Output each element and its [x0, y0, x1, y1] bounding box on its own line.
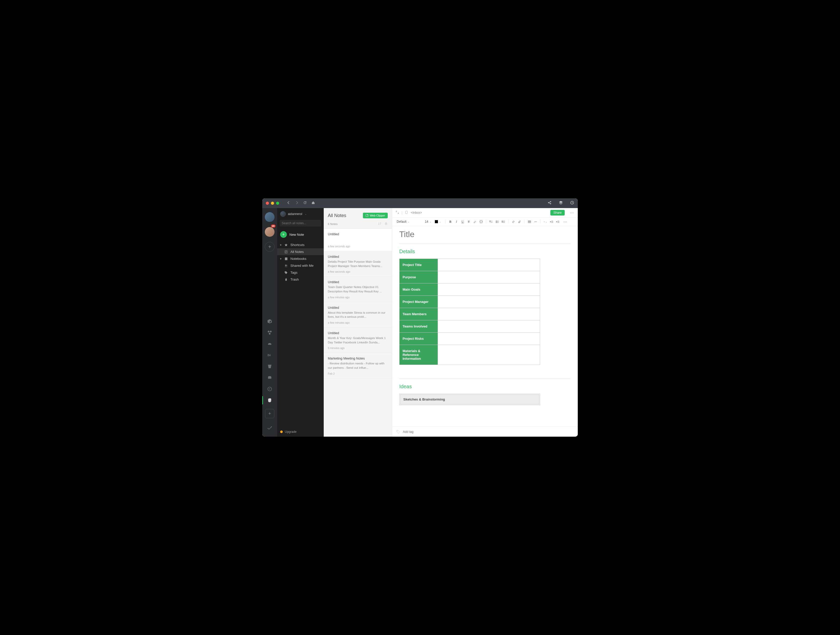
attachment-button[interactable]	[518, 220, 521, 223]
details-row-key: Project Manager	[399, 296, 438, 308]
note-title-input[interactable]	[399, 229, 571, 243]
sidebar-item-notebooks[interactable]: ▶ Notebooks	[277, 255, 324, 262]
sidebar-item-allnotes[interactable]: All Notes	[277, 248, 324, 255]
editor-panel: | <Inbox> Share ⋯ Default⌄ 14⌄ ⌄ B I U T	[392, 208, 578, 437]
rail-add-app-button[interactable]: +	[265, 409, 274, 418]
indent-button[interactable]	[556, 220, 560, 223]
details-row-value[interactable]	[438, 320, 540, 333]
svg-point-17	[285, 272, 286, 272]
svg-rect-13	[285, 257, 287, 260]
font-color-select[interactable]: ⌄	[434, 220, 442, 223]
account-name: aidannerol	[288, 212, 302, 216]
note-list-item[interactable]: UntitledAbout this template Stress is co…	[324, 302, 392, 328]
svg-point-5	[270, 331, 272, 333]
note-list-panel: All Notes Web Clipper 6 Notes Untitleda …	[324, 208, 392, 437]
breadcrumb[interactable]: <Inbox>	[411, 211, 422, 214]
details-table[interactable]: Project TitlePurposeMain GoalsProject Ma…	[399, 258, 540, 365]
new-note-row[interactable]: + New Note	[277, 230, 324, 241]
rail-app-icon-2[interactable]	[267, 330, 272, 336]
filter-lock-button[interactable]	[384, 222, 388, 226]
highlight-button[interactable]	[473, 220, 477, 223]
details-row-value[interactable]	[438, 296, 540, 308]
details-row-value[interactable]	[438, 333, 540, 345]
details-row-value[interactable]	[438, 345, 540, 365]
note-list-item[interactable]: Marketing Meeting Notes- Review distribu…	[324, 353, 392, 378]
rail-settings-icon[interactable]	[267, 425, 272, 432]
note-list-item[interactable]: UntitledTeam Date Quarter Notes Objectiv…	[324, 277, 392, 302]
titlebar	[262, 198, 578, 208]
rail-app-icon-3[interactable]	[267, 341, 272, 347]
expand-icon[interactable]	[396, 211, 399, 215]
font-size-select[interactable]: 14⌄	[424, 220, 432, 223]
outdent-button[interactable]	[550, 220, 553, 223]
history-icon[interactable]	[570, 201, 574, 206]
bold-button[interactable]: B	[448, 220, 452, 223]
upgrade-link[interactable]: Upgrade	[285, 430, 297, 434]
sidebar-label: Tags	[291, 271, 297, 274]
note-list-item[interactable]: UntitledMonth & Year Key: Goals/Messages…	[324, 328, 392, 353]
note-item-time: a few minutes ago	[328, 321, 388, 324]
add-tag-input[interactable]	[403, 430, 441, 434]
sidebar-item-shared[interactable]: Shared with Me	[277, 262, 324, 269]
note-list-item[interactable]: UntitledDetails Project Title Purpose Ma…	[324, 251, 392, 277]
sidebar-item-shortcuts[interactable]: ▶ Shortcuts	[277, 241, 324, 248]
svg-text:2: 2	[502, 221, 503, 222]
account-switcher[interactable]: aidannerol ⌄	[277, 208, 324, 220]
workspace-avatar-2[interactable]: 98	[265, 225, 275, 237]
code-button[interactable]: {}	[479, 220, 483, 223]
more-menu[interactable]: ⋯	[570, 211, 574, 215]
details-row-value[interactable]	[438, 259, 540, 271]
svg-point-15	[285, 265, 286, 266]
toolbar-more[interactable]: ⋯	[563, 219, 567, 224]
rail-app-icon-discord[interactable]	[267, 375, 272, 381]
maximize-window[interactable]	[276, 202, 279, 205]
underline-button[interactable]: U	[461, 220, 464, 223]
sidebar-item-tags[interactable]: Tags	[277, 269, 324, 276]
divider-button[interactable]	[534, 220, 537, 223]
workspace-avatar-1[interactable]	[265, 212, 275, 222]
sidebar-item-trash[interactable]: Trash	[277, 276, 324, 283]
link-button[interactable]	[512, 220, 515, 223]
italic-button[interactable]: I	[455, 220, 458, 223]
svg-point-4	[268, 331, 270, 333]
details-row-value[interactable]	[438, 271, 540, 283]
align-button[interactable]: ⌄	[544, 220, 547, 223]
layers-icon[interactable]	[559, 201, 563, 206]
home-button[interactable]	[311, 201, 315, 206]
editor-content[interactable]: Details Project TitlePurposeMain GoalsPr…	[392, 226, 578, 426]
add-workspace-button[interactable]: +	[265, 242, 275, 252]
minimize-window[interactable]	[271, 202, 274, 205]
web-clipper-button[interactable]: Web Clipper	[363, 213, 388, 219]
reload-button[interactable]	[303, 201, 307, 206]
notebook-icon[interactable]	[405, 211, 408, 215]
font-family-select[interactable]: Default⌄	[396, 220, 411, 223]
app-window: 98 + Bē # + aidannerol ⌄	[262, 198, 578, 437]
rail-app-icon-slack[interactable]: #	[267, 386, 272, 393]
rail-app-icon-evernote[interactable]	[267, 398, 272, 404]
search-input[interactable]	[282, 222, 320, 225]
new-note-button[interactable]: +	[280, 231, 287, 238]
details-row-key: Materials & Reference Information	[399, 345, 438, 365]
bulleted-list-button[interactable]	[495, 220, 499, 223]
rail-app-icon-behance[interactable]: Bē	[267, 353, 272, 359]
note-list-item[interactable]: Untitleda few seconds ago	[324, 229, 392, 251]
details-row-value[interactable]	[438, 308, 540, 320]
sort-button[interactable]	[378, 222, 381, 226]
strikethrough-button[interactable]: T	[467, 220, 471, 223]
numbered-list-button[interactable]: 12	[501, 220, 505, 223]
details-row-key: Project Title	[399, 259, 438, 271]
checklist-button[interactable]	[489, 220, 493, 223]
ideas-table[interactable]: Sketches & Brainstorming	[399, 394, 540, 405]
table-button[interactable]	[527, 220, 531, 223]
share-button[interactable]: Share	[550, 210, 565, 215]
close-window[interactable]	[266, 202, 269, 205]
note-list-heading: All Notes	[328, 213, 363, 219]
details-row-value[interactable]	[438, 283, 540, 296]
note-item-preview: Details Project Title Purpose Main Goals…	[328, 260, 388, 268]
rail-app-icon-1[interactable]	[267, 319, 272, 325]
search-box[interactable]	[279, 220, 321, 226]
back-button[interactable]	[287, 201, 291, 206]
share-icon[interactable]	[548, 201, 552, 206]
forward-button[interactable]	[295, 201, 298, 206]
rail-app-icon-bitbucket[interactable]	[267, 364, 272, 370]
